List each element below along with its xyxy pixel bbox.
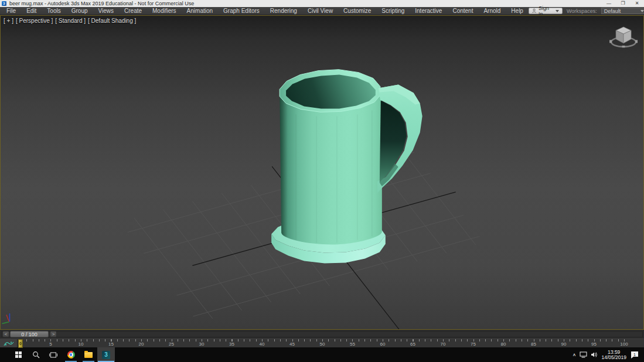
speaker-icon[interactable] bbox=[591, 351, 598, 358]
frame-tick-25: 25 bbox=[169, 341, 174, 347]
tray-date: 14/05/2019 bbox=[601, 355, 626, 360]
menu-item-help[interactable]: Help bbox=[506, 7, 529, 15]
task-view-icon bbox=[49, 351, 57, 358]
menu-item-animation[interactable]: Animation bbox=[182, 7, 218, 15]
chevron-down-icon bbox=[640, 10, 644, 12]
start-button[interactable] bbox=[9, 347, 27, 362]
world-axis-tripod bbox=[2, 313, 9, 323]
menu-item-create[interactable]: Create bbox=[119, 7, 147, 15]
frame-tick-45: 45 bbox=[289, 341, 295, 347]
task-view-button[interactable] bbox=[45, 347, 62, 362]
menu-item-customize[interactable]: Customize bbox=[338, 7, 376, 15]
menu-item-rendering[interactable]: Rendering bbox=[265, 7, 302, 15]
file-explorer-icon bbox=[84, 352, 93, 358]
search-icon bbox=[32, 351, 40, 358]
menu-item-content[interactable]: Content bbox=[447, 7, 478, 15]
notification-badge: 1 bbox=[633, 352, 636, 356]
menu-item-file[interactable]: File bbox=[1, 7, 21, 15]
desktop-screen: 3 beer mug.max - Autodesk 3ds Max 2019 E… bbox=[0, 0, 644, 362]
mug-body bbox=[280, 90, 382, 245]
minimize-button[interactable]: — bbox=[602, 0, 616, 7]
viewcube[interactable] bbox=[609, 27, 638, 47]
menu-item-views[interactable]: Views bbox=[93, 7, 120, 15]
previous-frame-button[interactable]: < bbox=[2, 331, 9, 337]
time-slider-handle[interactable]: 0 / 100 bbox=[10, 331, 49, 337]
frame-tick-15: 15 bbox=[108, 341, 114, 347]
mini-curve-editor-button[interactable] bbox=[0, 339, 18, 348]
menu-item-group[interactable]: Group bbox=[66, 7, 93, 15]
viewport-label-default-shading[interactable]: [ Default Shading ] bbox=[88, 18, 136, 24]
windows-taskbar: 3 ∧ 13:59 14/05/2019 1 bbox=[0, 347, 644, 362]
frame-tick-35: 35 bbox=[229, 341, 234, 347]
frame-tick-100: 100 bbox=[620, 341, 628, 347]
menu-list: FileEditToolsGroupViewsCreateModifiersAn… bbox=[0, 7, 529, 15]
frame-tick-95: 95 bbox=[591, 341, 597, 347]
beer-mug-object[interactable] bbox=[271, 70, 422, 264]
sign-in-button[interactable]: Sign In bbox=[529, 8, 563, 14]
viewport-label-[interactable]: [ + ] bbox=[4, 18, 13, 24]
curve-icon bbox=[4, 340, 14, 347]
workspace-dropdown[interactable]: Default bbox=[601, 8, 644, 14]
perspective-viewport[interactable]: [ + ][ Perspective ][ Standard ][ Defaul… bbox=[0, 15, 644, 330]
menu-item-graph-editors[interactable]: Graph Editors bbox=[218, 7, 265, 15]
frame-tick-65: 65 bbox=[410, 341, 415, 347]
menu-item-scripting[interactable]: Scripting bbox=[376, 7, 410, 15]
menu-bar: FileEditToolsGroupViewsCreateModifiersAn… bbox=[0, 7, 644, 15]
timeline-playhead[interactable]: 0 bbox=[18, 339, 23, 348]
frame-tick-50: 50 bbox=[320, 341, 325, 347]
chevron-down-icon bbox=[556, 10, 559, 12]
frame-tick-5: 5 bbox=[49, 341, 52, 347]
menu-item-civil-view[interactable]: Civil View bbox=[302, 7, 338, 15]
viewport-canvas[interactable] bbox=[1, 16, 643, 329]
close-button[interactable]: ✕ bbox=[630, 0, 644, 7]
tray-clock[interactable]: 13:59 14/05/2019 bbox=[601, 350, 626, 360]
tray-expand-chevron-icon[interactable]: ∧ bbox=[573, 353, 577, 357]
time-slider-track[interactable] bbox=[1, 331, 643, 337]
viewport-label: [ + ][ Perspective ][ Standard ][ Defaul… bbox=[4, 18, 136, 24]
frame-tick-10: 10 bbox=[79, 341, 84, 347]
restore-button[interactable]: ❐ bbox=[616, 0, 630, 7]
frame-tick-90: 90 bbox=[561, 341, 567, 347]
track-bar: 0 51015202530354045505560657075808590951… bbox=[0, 339, 644, 347]
frame-tick-60: 60 bbox=[380, 341, 386, 347]
next-frame-button[interactable]: > bbox=[50, 331, 57, 337]
menu-item-edit[interactable]: Edit bbox=[21, 7, 42, 15]
frame-tick-70: 70 bbox=[441, 341, 446, 347]
frame-tick-85: 85 bbox=[531, 341, 536, 347]
network-icon[interactable] bbox=[580, 351, 587, 358]
file-explorer-taskbar-button[interactable] bbox=[80, 347, 97, 362]
time-slider-bar: < 0 / 100 > bbox=[0, 330, 644, 339]
chrome-taskbar-button[interactable] bbox=[62, 347, 80, 362]
frame-tick-40: 40 bbox=[260, 341, 265, 347]
3ds-max-app-icon: 3 bbox=[2, 1, 6, 6]
frame-tick-55: 55 bbox=[350, 341, 355, 347]
viewport-label-standard[interactable]: [ Standard ] bbox=[55, 18, 86, 24]
menu-item-arnold[interactable]: Arnold bbox=[478, 7, 506, 15]
action-center-icon[interactable]: 1 bbox=[630, 351, 639, 359]
menu-item-interactive[interactable]: Interactive bbox=[410, 7, 447, 15]
user-icon bbox=[532, 8, 536, 13]
timeline-ruler[interactable]: 0 51015202530354045505560657075808590951… bbox=[18, 339, 644, 348]
search-button[interactable] bbox=[27, 347, 45, 362]
menu-item-tools[interactable]: Tools bbox=[42, 7, 66, 15]
frame-tick-75: 75 bbox=[471, 341, 476, 347]
viewport-label-perspective[interactable]: [ Perspective ] bbox=[16, 18, 53, 24]
windows-logo-icon bbox=[15, 351, 22, 358]
chrome-icon bbox=[67, 351, 75, 358]
3ds-max-icon: 3 bbox=[102, 351, 110, 359]
frame-tick-20: 20 bbox=[139, 341, 144, 347]
frame-tick-30: 30 bbox=[199, 341, 205, 347]
frame-tick-80: 80 bbox=[501, 341, 506, 347]
window-title: beer mug.max - Autodesk 3ds Max 2019 Edu… bbox=[9, 1, 194, 6]
menu-item-modifiers[interactable]: Modifiers bbox=[147, 7, 182, 15]
3ds-max-taskbar-button[interactable]: 3 bbox=[97, 347, 115, 362]
mug-handle[interactable] bbox=[377, 85, 422, 193]
workspaces-label: Workspaces: bbox=[567, 8, 597, 14]
workspace-value: Default bbox=[604, 8, 621, 14]
